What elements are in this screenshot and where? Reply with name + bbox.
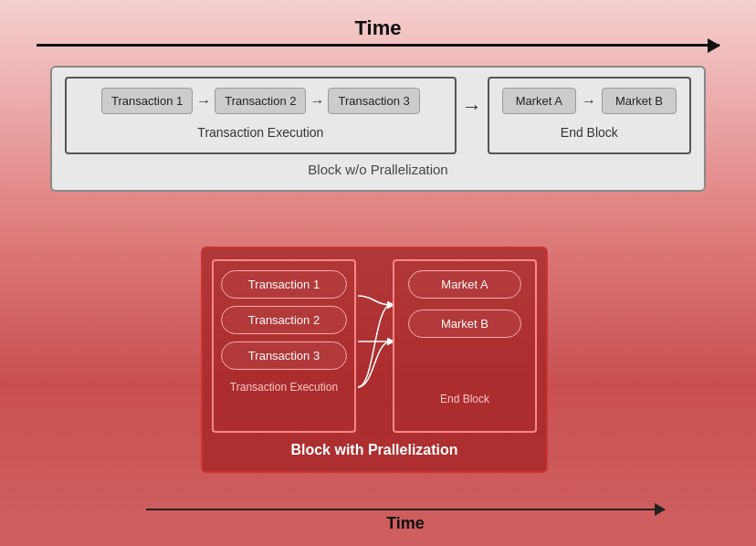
big-arrow-top: → [462, 95, 482, 137]
market-arrow: → [582, 93, 596, 110]
tx1-chip-bottom: Transaction 1 [221, 270, 347, 299]
tx-row-top: Transaction 1 → Transaction 2 → Transact… [101, 88, 420, 114]
time-line-bottom [146, 509, 665, 511]
block-no-parallel-label: Block w/o Prallelization [308, 162, 447, 177]
time-label-top: Time [355, 16, 402, 40]
market-a-chip-bottom: Market A [408, 270, 521, 299]
market-b-chip-top: Market B [602, 88, 677, 114]
block-with-parallel-label: Block with Prallelization [290, 442, 457, 457]
market-row-top: Market A → Market B [502, 88, 677, 114]
bottom-diagram: Transaction 1 Transaction 2 Transaction … [201, 247, 548, 473]
time-label-bottom: Time [386, 514, 425, 533]
tx-exec-box-top: Transaction 1 → Transaction 2 → Transact… [65, 77, 457, 154]
inter-box-arrows [356, 268, 393, 433]
tx1-chip-top: Transaction 1 [101, 88, 193, 114]
time-line-top [37, 44, 719, 47]
tx-exec-box-bottom: Transaction 1 Transaction 2 Transaction … [212, 259, 356, 433]
time-arrow-bottom: Time [146, 509, 665, 534]
top-diagram-footer: Block w/o Prallelization [65, 162, 691, 177]
tx-arrow-2: → [310, 93, 324, 110]
bottom-diagram-inner: Transaction 1 Transaction 2 Transaction … [212, 259, 537, 433]
top-diagram: Transaction 1 → Transaction 2 → Transact… [50, 66, 706, 192]
tx2-chip-top: Transaction 2 [215, 88, 306, 114]
end-block-box-bottom: Market A Market B End Block [393, 259, 537, 433]
tx-arrow-1: → [196, 93, 211, 110]
bottom-diagram-footer: Block with Prallelization [212, 442, 537, 458]
end-block-label-top: End Block [561, 125, 618, 140]
end-block-box-top: Market A → Market B End Block [488, 77, 691, 154]
tx3-chip-bottom: Transaction 3 [221, 341, 347, 370]
top-diagram-inner: Transaction 1 → Transaction 2 → Transact… [65, 77, 691, 154]
market-b-chip-bottom: Market B [408, 310, 521, 338]
tx-exec-label-top: Transaction Execution [197, 125, 323, 140]
tx3-chip-top: Transaction 3 [328, 88, 419, 114]
market-a-chip-top: Market A [502, 88, 576, 114]
tx-exec-label-bottom: Transaction Execution [230, 381, 338, 394]
end-block-label-bottom: End Block [440, 393, 489, 405]
time-arrow-top: Time [37, 16, 719, 47]
tx2-chip-bottom: Transaction 2 [221, 306, 347, 334]
